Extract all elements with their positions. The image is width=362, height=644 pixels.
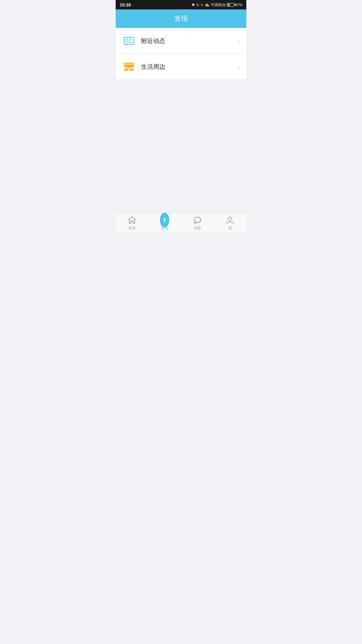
signal-icon: ✍ [205, 3, 209, 7]
tab-profile-label: 我 [228, 226, 232, 231]
map-svg-icon [123, 35, 135, 47]
svg-rect-8 [125, 67, 127, 68]
home-svg-icon [128, 216, 136, 224]
discover-active-circle [160, 213, 169, 227]
profile-svg-icon [226, 216, 234, 224]
store-svg-icon [123, 61, 135, 73]
life-label: 生活周边 [141, 63, 238, 71]
tab-home-label: 首页 [128, 226, 136, 231]
message-tab-icon [193, 215, 202, 225]
tab-home[interactable]: 首页 [116, 215, 148, 231]
svg-point-13 [194, 217, 201, 222]
discover-tab-icon [160, 215, 169, 225]
battery-indicator: 41% [227, 3, 242, 7]
battery-body [227, 3, 234, 7]
svg-rect-4 [124, 65, 134, 66]
battery-percent: 41% [235, 3, 242, 7]
life-chevron: › [238, 63, 240, 70]
menu-item-nearby[interactable]: 附近动态 › [116, 28, 246, 54]
tab-message-label: 消息 [194, 226, 201, 231]
page-title: 发现 [174, 15, 188, 22]
bluetooth-icon: ✱ [192, 3, 195, 7]
tab-profile[interactable]: 我 [214, 215, 247, 231]
status-icons: ✱ ⊙ ∿ ✍ 中国电信 41% [192, 2, 242, 7]
tab-bar: 首页 发现 消息 [116, 213, 246, 233]
status-bar: 15:39 ✱ ⊙ ∿ ✍ 中国电信 41% [116, 0, 246, 9]
page-header: 发现 [116, 9, 246, 28]
life-icon [122, 60, 136, 73]
tab-message[interactable]: 消息 [181, 215, 214, 231]
wifi-icon: ∿ [200, 3, 203, 7]
content-area [116, 80, 246, 213]
svg-rect-9 [131, 67, 133, 68]
menu-list: 附近动态 › 生活周边 › [116, 28, 246, 80]
nearby-chevron: › [238, 38, 240, 45]
tab-discover[interactable]: 发现 [148, 215, 181, 231]
profile-tab-icon [225, 215, 235, 225]
chat-svg-icon [193, 216, 202, 224]
alarm-icon: ⊙ [196, 3, 199, 7]
nearby-icon [122, 34, 136, 48]
svg-rect-7 [128, 68, 130, 71]
menu-item-life[interactable]: 生活周边 › [116, 54, 246, 79]
status-time: 15:39 [120, 2, 131, 7]
svg-rect-0 [124, 37, 134, 45]
svg-point-12 [164, 219, 165, 221]
carrier-name: 中国电信 [211, 2, 226, 7]
compass-svg-icon [161, 216, 169, 224]
battery-fill [228, 4, 230, 6]
tab-discover-label: 发现 [161, 226, 168, 231]
svg-point-14 [228, 217, 232, 220]
home-tab-icon [127, 215, 137, 225]
nearby-label: 附近动态 [141, 37, 238, 45]
